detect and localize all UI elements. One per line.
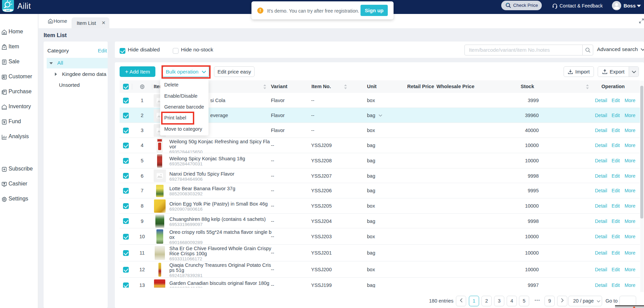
svg-text:Intl: Intl	[6, 9, 10, 12]
